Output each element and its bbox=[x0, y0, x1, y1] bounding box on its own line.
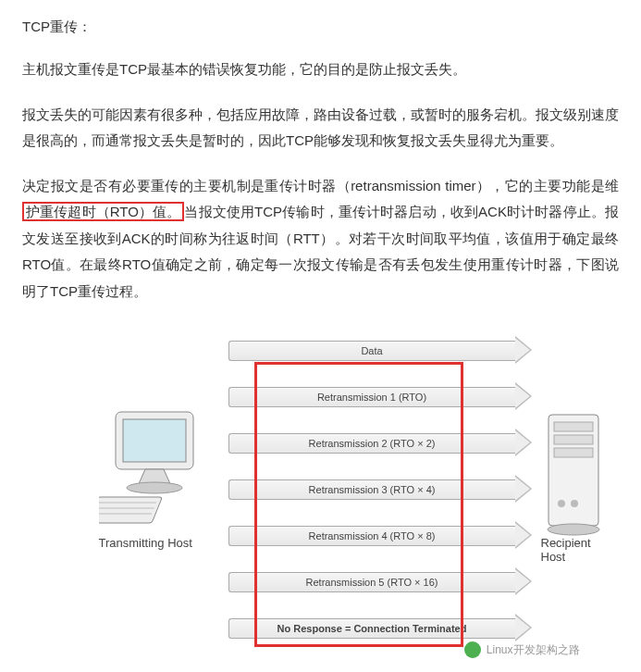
svg-rect-10 bbox=[554, 448, 593, 457]
computer-icon bbox=[99, 406, 210, 536]
highlight-box-retransmissions bbox=[254, 362, 463, 647]
svg-rect-8 bbox=[554, 422, 593, 431]
rx-host-label: Recipient Host bbox=[541, 536, 617, 564]
arrow-head-icon bbox=[515, 614, 532, 641]
paragraph-2: 报文丢失的可能因素有很多种，包括应用故障，路由设备过载，或暂时的服务宕机。报文级… bbox=[22, 102, 619, 155]
paragraph-3: 决定报文是否有必要重传的主要机制是重传计时器（retransmission ti… bbox=[22, 173, 619, 305]
arrow-head-icon bbox=[515, 521, 532, 549]
svg-point-2 bbox=[127, 482, 182, 493]
wechat-icon bbox=[464, 641, 481, 658]
arrow-data: Data bbox=[228, 341, 515, 361]
arrow-head-icon bbox=[515, 429, 532, 456]
arrow-head-icon bbox=[515, 336, 532, 364]
watermark: Linux开发架构之路 bbox=[464, 641, 580, 658]
p3-pre: 决定报文是否有必要重传的主要机制是重传计时器（retransmission ti… bbox=[22, 178, 619, 193]
arrow-head-icon bbox=[515, 475, 532, 503]
watermark-text: Linux开发架构之路 bbox=[487, 642, 580, 658]
tx-host-label: Transmitting Host bbox=[99, 536, 192, 550]
paragraph-1: 主机报文重传是TCP最基本的错误恢复功能，它的目的是防止报文丢失。 bbox=[22, 56, 619, 83]
arrow-head-icon bbox=[515, 382, 532, 410]
svg-point-13 bbox=[548, 524, 599, 535]
section-title: TCP重传： bbox=[22, 19, 619, 36]
svg-rect-9 bbox=[554, 435, 593, 444]
svg-rect-3 bbox=[99, 497, 162, 523]
svg-rect-1 bbox=[123, 419, 186, 462]
svg-point-12 bbox=[571, 500, 578, 507]
server-icon bbox=[541, 411, 606, 541]
svg-point-11 bbox=[558, 500, 565, 507]
arrow-head-icon bbox=[515, 567, 532, 595]
figure-tcp-retransmission: Transmitting Host Recipient Host Data Re… bbox=[25, 323, 617, 672]
highlight-rto: 护重传超时（RTO）值。 bbox=[22, 202, 184, 221]
